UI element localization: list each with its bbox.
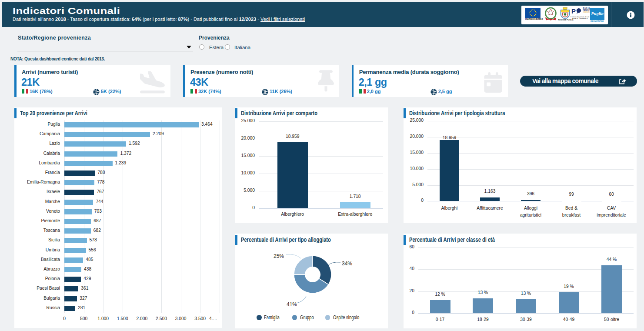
svg-text:Puglia: Puglia [591,11,604,16]
